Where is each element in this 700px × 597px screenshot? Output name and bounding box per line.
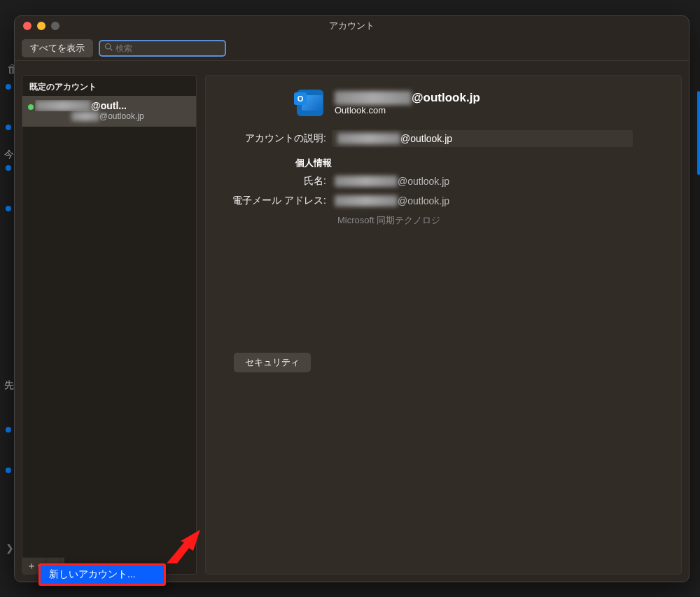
bg-label-2: 先 [4, 379, 14, 392]
titlebar: アカウント [15, 16, 689, 36]
account-name: xxxxxxxx@outl... [35, 100, 189, 111]
detail-service-name: Outlook.com [335, 105, 480, 115]
chevron-right-icon: ❯ [6, 542, 14, 554]
toolbar: すべてを表示 [15, 36, 689, 61]
window-title: アカウント [329, 20, 374, 32]
bg-dot [6, 206, 11, 211]
security-button[interactable]: セキュリティ [234, 353, 311, 372]
bg-dot [6, 468, 11, 473]
detail-account-title: xxxxxxxxxx@outlook.jp [335, 91, 480, 105]
account-list: 既定のアカウント xxxxxxxx@outl... xxxx@outlook.j… [22, 75, 197, 575]
value-email: xxxxxxxx@outlook.jp [332, 195, 449, 206]
maximize-button[interactable] [51, 22, 59, 30]
svg-marker-2 [167, 530, 200, 563]
account-list-header: 既定のアカウント [22, 76, 196, 96]
account-detail-pane: O xxxxxxxxxx@outlook.jp Outlook.com アカウン… [205, 75, 682, 575]
section-personal-info: 個人情報 [227, 157, 332, 169]
minimize-button[interactable] [37, 22, 46, 30]
bg-dot [6, 165, 11, 171]
bg-dot [6, 427, 11, 433]
traffic-lights [23, 22, 59, 30]
detail-header: O xxxxxxxxxx@outlook.jp Outlook.com [227, 90, 660, 116]
label-name: 氏名: [227, 175, 332, 188]
search-icon [104, 43, 113, 53]
account-subtitle: xxxx@outlook.jp [35, 111, 189, 121]
label-email: 電子メール アドレス: [227, 195, 332, 207]
bg-selection-indicator [697, 91, 700, 175]
search-box[interactable] [99, 40, 226, 57]
svg-point-0 [106, 44, 111, 50]
accounts-window: アカウント すべてを表示 既定のアカウント xxxxxxxx@outl... x… [14, 15, 690, 582]
field-description[interactable]: xxxxxxxx@outlook.jp [332, 130, 633, 147]
sync-technology-note: Microsoft 同期テクノロジ [227, 214, 660, 227]
bg-dot [6, 84, 11, 90]
label-description: アカウントの説明: [227, 132, 332, 145]
account-item[interactable]: xxxxxxxx@outl... xxxx@outlook.jp [22, 96, 196, 127]
outlook-icon: O [297, 90, 323, 116]
new-account-menu-item[interactable]: 新しいアカウント... [38, 563, 166, 586]
search-input[interactable] [115, 43, 220, 53]
show-all-button[interactable]: すべてを表示 [22, 39, 93, 57]
annotation-arrow [167, 528, 209, 563]
svg-line-1 [110, 48, 112, 50]
close-button[interactable] [23, 22, 31, 30]
value-name: xxxxxxxx@outlook.jp [332, 176, 449, 187]
bg-dot [6, 125, 11, 130]
